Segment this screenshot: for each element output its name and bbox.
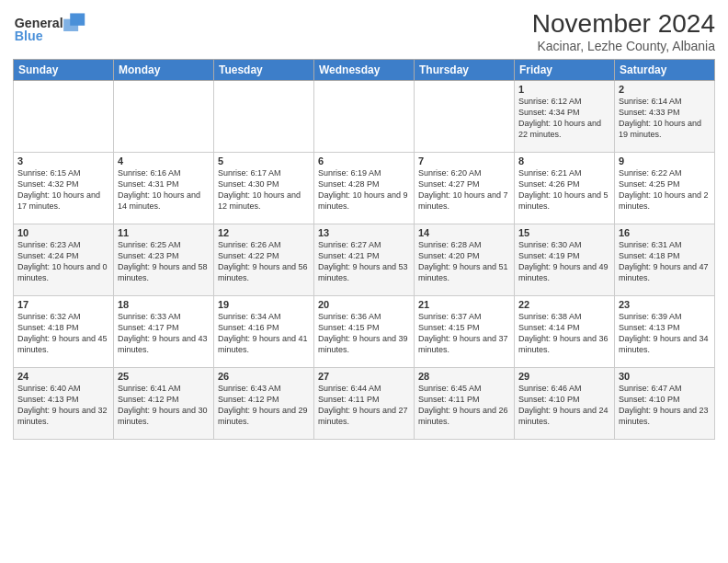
day-cell: 26Sunrise: 6:43 AM Sunset: 4:12 PM Dayli… — [214, 368, 314, 440]
day-number: 22 — [518, 299, 610, 310]
day-cell: 1Sunrise: 6:12 AM Sunset: 4:34 PM Daylig… — [515, 81, 615, 153]
day-number: 25 — [118, 371, 210, 382]
col-monday: Monday — [114, 60, 214, 81]
day-info: Sunrise: 6:34 AM Sunset: 4:16 PM Dayligh… — [218, 311, 310, 356]
month-title: November 2024 — [532, 9, 715, 39]
col-thursday: Thursday — [415, 60, 515, 81]
day-number: 21 — [418, 299, 510, 310]
week-row-1: 1Sunrise: 6:12 AM Sunset: 4:34 PM Daylig… — [14, 81, 715, 153]
day-cell: 9Sunrise: 6:22 AM Sunset: 4:25 PM Daylig… — [615, 153, 715, 224]
day-info: Sunrise: 6:26 AM Sunset: 4:22 PM Dayligh… — [218, 239, 310, 284]
day-info: Sunrise: 6:12 AM Sunset: 4:34 PM Dayligh… — [518, 96, 610, 141]
col-tuesday: Tuesday — [214, 60, 314, 81]
day-info: Sunrise: 6:43 AM Sunset: 4:12 PM Dayligh… — [218, 383, 310, 428]
day-cell: 18Sunrise: 6:33 AM Sunset: 4:17 PM Dayli… — [114, 296, 214, 368]
day-info: Sunrise: 6:45 AM Sunset: 4:11 PM Dayligh… — [418, 383, 510, 428]
day-number: 10 — [17, 227, 109, 238]
day-number: 29 — [518, 371, 610, 382]
day-info: Sunrise: 6:46 AM Sunset: 4:10 PM Dayligh… — [518, 383, 610, 428]
day-cell — [415, 81, 515, 153]
day-cell: 11Sunrise: 6:25 AM Sunset: 4:23 PM Dayli… — [114, 224, 214, 296]
day-info: Sunrise: 6:40 AM Sunset: 4:13 PM Dayligh… — [17, 383, 109, 428]
day-cell: 8Sunrise: 6:21 AM Sunset: 4:26 PM Daylig… — [515, 153, 615, 224]
page: General Blue November 2024 Kacinar, Lezh… — [0, 0, 728, 563]
day-number: 3 — [17, 155, 109, 167]
day-cell: 25Sunrise: 6:41 AM Sunset: 4:12 PM Dayli… — [114, 368, 214, 440]
col-friday: Friday — [515, 60, 615, 81]
day-number: 19 — [218, 299, 310, 310]
day-number: 18 — [118, 299, 210, 310]
day-info: Sunrise: 6:33 AM Sunset: 4:17 PM Dayligh… — [118, 311, 210, 356]
day-number: 11 — [118, 227, 210, 238]
day-info: Sunrise: 6:27 AM Sunset: 4:21 PM Dayligh… — [318, 239, 410, 284]
day-number: 23 — [619, 299, 711, 310]
day-info: Sunrise: 6:39 AM Sunset: 4:13 PM Dayligh… — [619, 311, 711, 356]
week-row-3: 10Sunrise: 6:23 AM Sunset: 4:24 PM Dayli… — [14, 224, 715, 296]
logo: General Blue — [13, 9, 86, 46]
day-cell: 6Sunrise: 6:19 AM Sunset: 4:28 PM Daylig… — [314, 153, 415, 224]
day-cell: 3Sunrise: 6:15 AM Sunset: 4:32 PM Daylig… — [14, 153, 114, 224]
week-row-2: 3Sunrise: 6:15 AM Sunset: 4:32 PM Daylig… — [14, 153, 715, 224]
day-info: Sunrise: 6:38 AM Sunset: 4:14 PM Dayligh… — [518, 311, 610, 356]
day-info: Sunrise: 6:21 AM Sunset: 4:26 PM Dayligh… — [518, 167, 610, 213]
day-number: 28 — [418, 371, 510, 382]
week-row-5: 24Sunrise: 6:40 AM Sunset: 4:13 PM Dayli… — [14, 368, 715, 440]
day-cell: 13Sunrise: 6:27 AM Sunset: 4:21 PM Dayli… — [314, 224, 415, 296]
day-number: 5 — [218, 155, 310, 167]
day-cell: 28Sunrise: 6:45 AM Sunset: 4:11 PM Dayli… — [415, 368, 515, 440]
day-number: 8 — [518, 155, 610, 167]
day-info: Sunrise: 6:23 AM Sunset: 4:24 PM Dayligh… — [17, 239, 109, 284]
day-number: 30 — [619, 371, 711, 382]
day-cell: 2Sunrise: 6:14 AM Sunset: 4:33 PM Daylig… — [615, 81, 715, 153]
day-cell — [14, 81, 114, 153]
day-number: 14 — [418, 227, 510, 238]
day-number: 2 — [619, 84, 711, 95]
location: Kacinar, Lezhe County, Albania — [532, 39, 715, 53]
day-cell: 12Sunrise: 6:26 AM Sunset: 4:22 PM Dayli… — [214, 224, 314, 296]
day-info: Sunrise: 6:22 AM Sunset: 4:25 PM Dayligh… — [619, 167, 711, 213]
week-row-4: 17Sunrise: 6:32 AM Sunset: 4:18 PM Dayli… — [14, 296, 715, 368]
day-info: Sunrise: 6:19 AM Sunset: 4:28 PM Dayligh… — [318, 167, 410, 213]
day-info: Sunrise: 6:14 AM Sunset: 4:33 PM Dayligh… — [619, 96, 711, 141]
day-cell: 21Sunrise: 6:37 AM Sunset: 4:15 PM Dayli… — [415, 296, 515, 368]
day-info: Sunrise: 6:47 AM Sunset: 4:10 PM Dayligh… — [619, 383, 711, 428]
header: General Blue November 2024 Kacinar, Lezh… — [13, 9, 715, 53]
day-number: 7 — [418, 155, 510, 167]
day-number: 13 — [318, 227, 410, 238]
col-saturday: Saturday — [615, 60, 715, 81]
day-number: 24 — [17, 371, 109, 382]
day-number: 27 — [318, 371, 410, 382]
day-info: Sunrise: 6:15 AM Sunset: 4:32 PM Dayligh… — [17, 167, 109, 213]
day-info: Sunrise: 6:17 AM Sunset: 4:30 PM Dayligh… — [218, 167, 310, 213]
day-info: Sunrise: 6:16 AM Sunset: 4:31 PM Dayligh… — [118, 167, 210, 213]
day-cell: 10Sunrise: 6:23 AM Sunset: 4:24 PM Dayli… — [14, 224, 114, 296]
day-cell: 30Sunrise: 6:47 AM Sunset: 4:10 PM Dayli… — [615, 368, 715, 440]
svg-marker-3 — [63, 19, 78, 31]
day-cell: 20Sunrise: 6:36 AM Sunset: 4:15 PM Dayli… — [314, 296, 415, 368]
day-number: 1 — [518, 84, 610, 95]
day-cell — [314, 81, 415, 153]
day-cell: 23Sunrise: 6:39 AM Sunset: 4:13 PM Dayli… — [615, 296, 715, 368]
day-cell: 7Sunrise: 6:20 AM Sunset: 4:27 PM Daylig… — [415, 153, 515, 224]
day-number: 15 — [518, 227, 610, 238]
day-info: Sunrise: 6:20 AM Sunset: 4:27 PM Dayligh… — [418, 167, 510, 213]
col-sunday: Sunday — [14, 60, 114, 81]
calendar-table: Sunday Monday Tuesday Wednesday Thursday… — [13, 59, 715, 440]
day-info: Sunrise: 6:28 AM Sunset: 4:20 PM Dayligh… — [418, 239, 510, 284]
day-cell: 24Sunrise: 6:40 AM Sunset: 4:13 PM Dayli… — [14, 368, 114, 440]
day-number: 9 — [619, 155, 711, 167]
day-cell — [214, 81, 314, 153]
day-cell: 29Sunrise: 6:46 AM Sunset: 4:10 PM Dayli… — [515, 368, 615, 440]
day-info: Sunrise: 6:25 AM Sunset: 4:23 PM Dayligh… — [118, 239, 210, 284]
col-wednesday: Wednesday — [314, 60, 415, 81]
day-info: Sunrise: 6:37 AM Sunset: 4:15 PM Dayligh… — [418, 311, 510, 356]
calendar-header-row: Sunday Monday Tuesday Wednesday Thursday… — [14, 60, 715, 81]
day-number: 16 — [619, 227, 711, 238]
day-info: Sunrise: 6:44 AM Sunset: 4:11 PM Dayligh… — [318, 383, 410, 428]
day-cell: 19Sunrise: 6:34 AM Sunset: 4:16 PM Dayli… — [214, 296, 314, 368]
day-number: 12 — [218, 227, 310, 238]
day-number: 26 — [218, 371, 310, 382]
day-info: Sunrise: 6:32 AM Sunset: 4:18 PM Dayligh… — [17, 311, 109, 356]
day-info: Sunrise: 6:41 AM Sunset: 4:12 PM Dayligh… — [118, 383, 210, 428]
day-info: Sunrise: 6:36 AM Sunset: 4:15 PM Dayligh… — [318, 311, 410, 356]
